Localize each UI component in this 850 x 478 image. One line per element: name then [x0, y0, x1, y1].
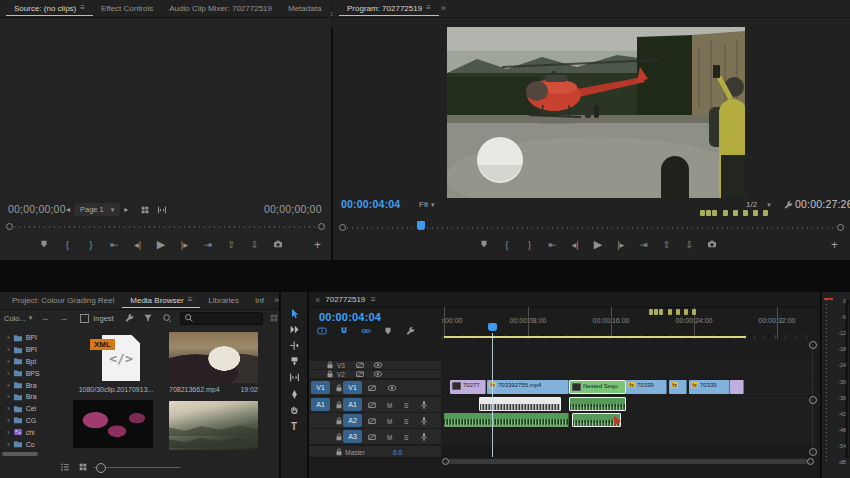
program-tab[interactable]: Program: 702772519≡ [339, 2, 439, 16]
chevron-right-icon[interactable]: › [7, 357, 10, 366]
track-select-forward-tool[interactable] [281, 322, 307, 336]
timeline-clip[interactable]: fx703392755.mp4 [487, 380, 569, 394]
program-scrubber-right-handle[interactable] [837, 224, 844, 231]
zoom-in-handle[interactable] [807, 458, 814, 465]
video-thumbnail-crowd[interactable] [169, 332, 258, 383]
horizontal-scroll-thumb[interactable] [448, 459, 808, 464]
track-lane-v1[interactable]: 70277fx703392755.mp4Nested Sequfx70339fx… [442, 380, 814, 395]
source-tab[interactable]: Audio Clip Mixer: 702772519 [161, 2, 280, 16]
go-to-out-button[interactable]: ⇥ [202, 239, 214, 250]
playhead-head[interactable] [488, 323, 497, 331]
voiceover-record-icon[interactable] [419, 416, 429, 426]
sync-lock-icon[interactable] [355, 369, 365, 379]
track-target-a1[interactable]: A1 [343, 398, 362, 411]
chevron-right-icon[interactable]: › [7, 404, 10, 413]
extract-button[interactable]: ⇩ [683, 239, 695, 250]
source-tab[interactable]: Source: (no clips)≡ [6, 2, 93, 16]
panel-menu-icon[interactable]: ≡ [426, 4, 431, 12]
nest-toggle[interactable] [317, 326, 327, 336]
extract-button[interactable]: ⇩ [249, 239, 261, 250]
page-selector[interactable]: Page 1 ▾ [74, 203, 120, 216]
source-patch-v1[interactable]: V1 [311, 381, 330, 394]
tree-horizontal-scrollbar[interactable] [2, 452, 38, 456]
playhead-line[interactable] [492, 333, 493, 457]
source-button-editor-plus[interactable]: + [314, 238, 321, 252]
play-button[interactable]: ▶ [155, 238, 167, 251]
step-back-button[interactable]: ◂| [569, 239, 581, 250]
lift-button[interactable]: ⇧ [660, 239, 672, 250]
page-next-icon[interactable]: ▸ [124, 206, 128, 214]
folder-tree-item[interactable]: ›Bra [0, 379, 68, 391]
chevron-right-icon[interactable]: › [7, 392, 10, 401]
lift-button[interactable]: ⇧ [225, 239, 237, 250]
settings-grid-icon[interactable] [140, 205, 150, 215]
sync-lock-icon[interactable] [367, 432, 377, 442]
lock-icon[interactable] [334, 447, 344, 457]
solo-button[interactable]: S [404, 401, 408, 408]
overflow-icon[interactable]: » [274, 296, 279, 305]
folder-tree-item[interactable]: ›Cei [0, 403, 68, 415]
go-to-in-button[interactable]: ⇤ [108, 239, 120, 250]
track-output-toggle[interactable] [373, 369, 383, 379]
track-target-a3[interactable]: A3 [343, 430, 362, 443]
media-tab[interactable]: Inf [247, 294, 272, 308]
source-current-timecode[interactable]: 00;00;00;00 [8, 203, 66, 215]
folder-tree-item[interactable]: ›BPI [0, 332, 68, 344]
chevron-right-icon[interactable]: › [7, 381, 10, 390]
media-tab[interactable]: Project: Colour Grading Reel [4, 294, 122, 308]
track-lane-v2[interactable] [442, 370, 814, 378]
folder-tree-item[interactable]: ›Co [0, 438, 68, 450]
program-button-editor-plus[interactable]: + [831, 238, 838, 252]
source-scrubber-track[interactable] [14, 226, 317, 228]
zoom-slider-knob[interactable] [96, 463, 106, 473]
timeline-clip[interactable]: fx70339 [626, 380, 667, 394]
add-marker-button[interactable] [383, 326, 393, 336]
solo-button[interactable]: S [404, 417, 408, 424]
panel-menu-icon[interactable]: ≡ [80, 4, 85, 12]
program-current-timecode[interactable]: 00:00:04:04 [341, 198, 400, 210]
solo-button[interactable]: S [404, 433, 408, 440]
xml-file-thumbnail[interactable]: </> XML [74, 333, 162, 383]
source-tab[interactable]: Metadata [280, 2, 329, 16]
type-tool[interactable]: T [281, 419, 307, 433]
panel-menu-icon[interactable]: ≡ [370, 295, 375, 304]
timeline-current-timecode[interactable]: 00:00:04:04 [319, 311, 381, 323]
voiceover-record-icon[interactable] [419, 400, 429, 410]
video-thumbnail-mountains[interactable] [169, 401, 258, 450]
zoom-out-handle[interactable] [442, 458, 449, 465]
mark-in-button[interactable]: { [61, 239, 73, 250]
vertical-scroll-handle[interactable] [809, 396, 817, 404]
chevron-right-icon[interactable]: › [7, 345, 10, 354]
overflow-icon[interactable]: » [441, 4, 446, 13]
sequence-tab[interactable]: 702772519 [325, 295, 365, 304]
chevron-right-icon[interactable]: › [7, 440, 10, 449]
mute-button[interactable]: M [387, 433, 392, 440]
step-back-button[interactable]: ◂| [132, 239, 144, 250]
timeline-clip[interactable]: Nested Sequ [569, 380, 626, 394]
hand-tool[interactable] [281, 403, 307, 417]
grid-icon[interactable] [269, 313, 279, 323]
folder-tree-item[interactable]: ›Bpt [0, 356, 68, 368]
mark-out-button[interactable]: } [85, 239, 97, 250]
video-thumbnail-flowers[interactable] [73, 400, 153, 448]
forward-arrow-icon[interactable]: → [59, 313, 68, 323]
wrench-icon[interactable] [783, 200, 793, 210]
program-scrubber-left-handle[interactable] [339, 224, 346, 231]
sync-lock-icon[interactable] [367, 416, 377, 426]
go-to-in-button[interactable]: ⇤ [546, 239, 558, 250]
track-target-v1[interactable]: V1 [343, 381, 362, 394]
ingest-checkbox[interactable] [80, 314, 89, 323]
step-forward-button[interactable]: |▸ [178, 239, 190, 250]
go-to-out-button[interactable]: ⇥ [638, 239, 650, 250]
chevron-right-icon[interactable]: › [7, 369, 10, 378]
source-scrubber-right-handle[interactable] [318, 223, 325, 230]
step-forward-button[interactable]: |▸ [615, 239, 627, 250]
sync-lock-icon[interactable] [367, 400, 377, 410]
linked-selection-toggle[interactable] [361, 326, 371, 336]
voiceover-record-icon[interactable] [419, 432, 429, 442]
chevron-right-icon[interactable]: › [7, 333, 10, 342]
sync-lock-icon[interactable] [367, 383, 377, 393]
button-editor-icon[interactable] [157, 205, 167, 215]
track-lane-a3[interactable] [442, 429, 814, 444]
back-arrow-icon[interactable]: ← [41, 313, 50, 323]
